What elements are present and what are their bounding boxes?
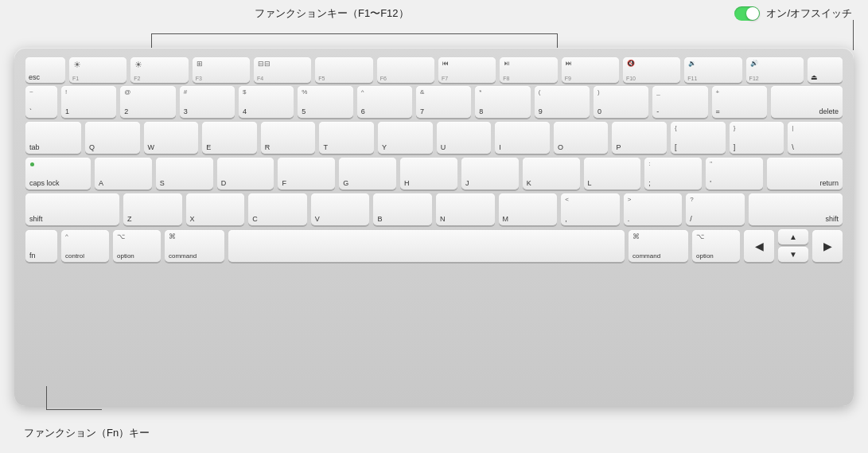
qwerty-row: tab Q W E R T Y U I O P { [ } ] | \ [25,122,843,154]
key-f5[interactable]: F5 [315,57,372,83]
key-0[interactable]: ) 0 [594,86,648,118]
zxcv-row: shift Z X C V B N M < , > . ? / shift [25,193,843,225]
key-n[interactable]: N [436,193,495,225]
key-j[interactable]: J [461,158,519,189]
caps-lock-indicator [30,162,34,166]
key-q[interactable]: Q [85,122,140,154]
function-keys-line-right [453,33,557,34]
key-command-right[interactable]: ⌘ command [629,230,688,262]
key-x[interactable]: X [186,193,245,225]
key-d[interactable]: D [217,158,274,189]
key-minus[interactable]: _ - [652,86,707,118]
toggle-thumb [746,7,759,20]
fn-key-vert-line [46,386,47,410]
key-9[interactable]: ( 9 [535,86,590,118]
key-spacebar[interactable] [228,230,625,262]
key-l[interactable]: L [584,158,641,189]
number-row: ~ ` ! 1 @ 2 # 3 $ 4 % 5 ^ 6 & 7 [25,86,843,118]
function-keys-line-left [151,33,453,34]
key-backtick[interactable]: ~ ` [25,86,57,118]
key-arrow-right[interactable]: ▶ [812,230,843,262]
key-z[interactable]: Z [123,193,182,225]
key-slash[interactable]: ? / [686,193,745,225]
key-f7[interactable]: ⏮ F7 [438,57,496,83]
key-w[interactable]: W [144,122,199,154]
key-f12[interactable]: 🔊 F12 [746,57,804,83]
key-a[interactable]: A [95,158,152,189]
key-o[interactable]: O [554,122,609,154]
key-u[interactable]: U [437,122,492,154]
key-backslash[interactable]: | \ [788,122,843,154]
key-f4[interactable]: ⊟⊟ F4 [254,57,311,83]
bottom-row: fn ^ control ⌥ option ⌘ command ⌘ comman… [25,229,843,262]
key-k[interactable]: K [523,158,580,189]
key-f9[interactable]: ⏭ F9 [562,57,619,83]
key-esc[interactable]: esc [25,57,65,83]
arrow-up-down-container: ▲ ▼ [778,229,808,262]
key-period[interactable]: > . [624,193,683,225]
key-quote[interactable]: " ' [706,158,763,189]
key-4[interactable]: $ 4 [239,86,294,118]
key-shift-right[interactable]: shift [749,193,843,225]
key-g[interactable]: G [339,158,396,189]
onoff-switch-annotation: オン/オフスイッチ [734,6,852,21]
key-semicolon[interactable]: : ; [644,158,702,189]
key-arrow-up[interactable]: ▲ [778,229,808,244]
fn-key-label: ファンクション（Fn）キー [24,426,150,440]
key-rbracket[interactable]: } ] [730,122,784,154]
key-f10[interactable]: 🔇 F10 [623,57,680,83]
key-caps-lock[interactable]: caps lock [25,158,91,189]
key-v[interactable]: V [311,193,370,225]
key-comma[interactable]: < , [561,193,620,225]
function-keys-vert-left [151,33,152,49]
fn-key-horiz-line [46,409,102,410]
key-arrow-down[interactable]: ▼ [778,247,808,262]
key-e[interactable]: E [202,122,257,154]
key-7[interactable]: & 7 [416,86,471,118]
key-y[interactable]: Y [378,122,433,154]
key-control[interactable]: ^ control [61,230,109,262]
key-5[interactable]: % 5 [298,86,352,118]
toggle-switch[interactable] [734,6,760,21]
function-key-row: esc ☀ F1 ☀ F2 ⊞ F3 ⊟⊟ F4 F5 F6 ⏮ F7 ⏯ F8 [25,57,843,83]
key-f6[interactable]: F6 [377,57,434,83]
key-6[interactable]: ^ 6 [357,86,412,118]
key-1[interactable]: ! 1 [61,86,116,118]
key-h[interactable]: H [400,158,457,189]
key-f2[interactable]: ☀ F2 [130,57,188,83]
key-command-left[interactable]: ⌘ command [165,230,224,262]
key-b[interactable]: B [373,193,432,225]
function-keys-vert-right [557,33,558,49]
key-8[interactable]: * 8 [475,86,530,118]
key-arrow-left[interactable]: ◀ [744,230,774,262]
key-p[interactable]: P [612,122,667,154]
key-shift-left[interactable]: shift [25,193,119,225]
key-f3[interactable]: ⊞ F3 [193,57,250,83]
key-eject[interactable]: ⏏ [808,57,843,83]
key-return[interactable]: return [767,158,843,189]
onoff-label: オン/オフスイッチ [766,6,852,21]
key-f1[interactable]: ☀ F1 [69,57,127,83]
key-2[interactable]: @ 2 [120,86,175,118]
key-f8[interactable]: ⏯ F8 [500,57,557,83]
onoff-vert-line [853,20,854,50]
key-c[interactable]: C [248,193,307,225]
key-delete[interactable]: delete [771,86,843,118]
key-i[interactable]: I [495,122,550,154]
key-3[interactable]: # 3 [180,86,235,118]
asdf-row: caps lock A S D F G H J K L : ; " ' retu… [25,158,843,189]
keyboard: esc ☀ F1 ☀ F2 ⊞ F3 ⊟⊟ F4 F5 F6 ⏮ F7 ⏯ F8 [14,48,854,406]
key-lbracket[interactable]: { [ [671,122,726,154]
key-s[interactable]: S [156,158,213,189]
key-tab[interactable]: tab [25,122,81,154]
key-fn[interactable]: fn [25,230,57,262]
key-option-left[interactable]: ⌥ option [113,230,161,262]
key-f11[interactable]: 🔉 F11 [684,57,741,83]
key-option-right[interactable]: ⌥ option [692,230,740,262]
key-f[interactable]: F [278,158,335,189]
key-t[interactable]: T [319,122,374,154]
key-equals[interactable]: + = [712,86,767,118]
function-keys-label: ファンクションキー（F1〜F12） [255,6,409,21]
key-m[interactable]: M [499,193,558,225]
key-r[interactable]: R [261,122,316,154]
